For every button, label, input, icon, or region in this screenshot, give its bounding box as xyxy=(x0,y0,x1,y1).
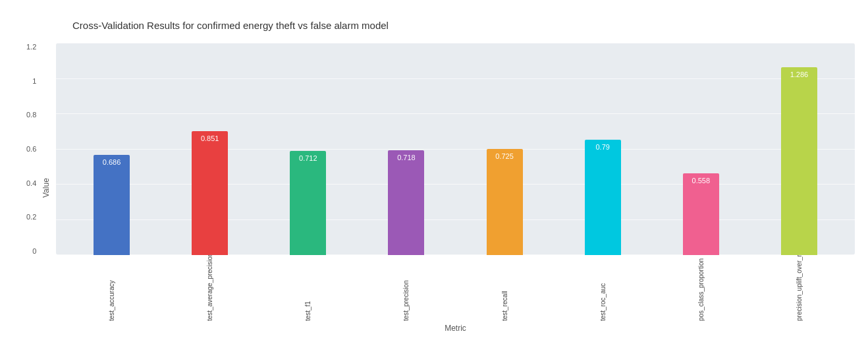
x-axis-title: Metric xyxy=(56,324,855,333)
bar-group: 0.558 xyxy=(652,43,750,255)
x-axis-label: test_accuracy xyxy=(63,258,161,321)
bar: 0.79 xyxy=(585,140,621,255)
chart-title: Cross-Validation Results for confirmed e… xyxy=(40,20,855,31)
y-tick: 0.2 xyxy=(26,213,40,221)
y-axis-label: Value xyxy=(40,43,53,333)
chart-container: Cross-Validation Results for confirmed e… xyxy=(0,0,868,346)
x-axis-label: test_recall xyxy=(456,258,554,321)
bar: 0.558 xyxy=(683,173,719,255)
bar-group: 0.712 xyxy=(259,43,357,255)
y-tick: 0.4 xyxy=(26,179,40,187)
bar-group: 0.725 xyxy=(456,43,554,255)
chart-body: Value 1.210.80.60.40.20 0.6860.8510.7120… xyxy=(40,43,855,333)
bar-value-label: 0.725 xyxy=(495,152,514,160)
bar-group: 1.286 xyxy=(750,43,848,255)
y-tick: 0.8 xyxy=(26,111,40,119)
x-axis-label: precision_uplift_over_random xyxy=(750,258,848,321)
bar: 1.286 xyxy=(781,67,817,255)
bar: 0.851 xyxy=(192,131,228,255)
y-axis-ticks: 1.210.80.60.40.20 xyxy=(26,43,40,255)
bars-wrapper: 0.6860.8510.7120.7180.7250.790.5581.286 xyxy=(63,43,848,255)
bar-group: 0.718 xyxy=(357,43,455,255)
x-axis-label: test_roc_auc xyxy=(554,258,652,321)
bar-group: 0.851 xyxy=(161,43,259,255)
bar-value-label: 0.712 xyxy=(299,154,317,162)
bar-value-label: 0.718 xyxy=(397,154,416,161)
y-tick: 1.2 xyxy=(26,43,40,51)
chart-area: 1.210.80.60.40.20 0.6860.8510.7120.7180.… xyxy=(56,43,855,333)
bar-group: 0.686 xyxy=(63,43,161,255)
bar: 0.712 xyxy=(290,151,326,255)
bar: 0.718 xyxy=(388,150,424,255)
x-axis-label: test_average_precision xyxy=(161,258,259,321)
plot-area: 1.210.80.60.40.20 0.6860.8510.7120.7180.… xyxy=(56,43,855,255)
bar-value-label: 0.851 xyxy=(201,134,219,142)
bar: 0.725 xyxy=(487,149,523,255)
x-axis-labels: test_accuracytest_average_precisiontest_… xyxy=(56,258,855,321)
y-tick: 0.6 xyxy=(26,145,40,153)
bar: 0.686 xyxy=(94,155,130,255)
y-tick: 1 xyxy=(32,77,40,85)
bar-value-label: 0.79 xyxy=(595,143,609,151)
x-axis-label: test_precision xyxy=(357,258,455,321)
x-axis-label: pos_class_proportion xyxy=(652,258,750,321)
bar-value-label: 0.558 xyxy=(692,177,711,185)
x-axis-label: test_f1 xyxy=(259,258,357,321)
bar-value-label: 0.686 xyxy=(103,158,121,166)
bar-value-label: 1.286 xyxy=(790,71,809,78)
y-tick: 0 xyxy=(32,247,40,255)
bar-group: 0.79 xyxy=(554,43,652,255)
